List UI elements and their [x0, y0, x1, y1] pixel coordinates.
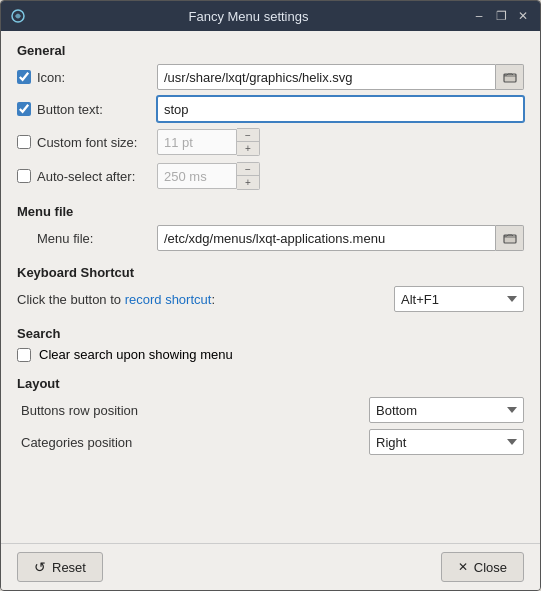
auto-select-row: Auto-select after: − +: [17, 162, 524, 190]
categories-label: Categories position: [17, 435, 369, 450]
content-area: General Icon: Bu: [1, 31, 540, 543]
shortcut-label-text: Click the button to record shortcut:: [17, 292, 394, 307]
menu-file-label: Menu file:: [17, 231, 157, 246]
auto-select-input[interactable]: [157, 163, 237, 189]
icon-label-text: Icon:: [37, 70, 65, 85]
custom-font-label-text: Custom font size:: [37, 135, 137, 150]
custom-font-spinbox: − +: [157, 128, 260, 156]
custom-font-input[interactable]: [157, 129, 237, 155]
icon-row-label: Icon:: [17, 70, 157, 85]
categories-position-row: Categories position Right Left: [17, 429, 524, 455]
window-title: Fancy Menu settings: [27, 9, 470, 24]
auto-select-checkbox[interactable]: [17, 169, 31, 183]
button-text-input[interactable]: [157, 96, 524, 122]
titlebar-controls: – ❐ ✕: [470, 7, 532, 25]
clear-search-label: Clear search upon showing menu: [39, 347, 233, 362]
shortcut-desc: Click the button to record shortcut:: [17, 292, 215, 307]
app-icon: [9, 7, 27, 25]
auto-select-label-text: Auto-select after:: [37, 169, 135, 184]
footer: ↺ Reset ✕ Close: [1, 543, 540, 590]
close-icon: ✕: [458, 560, 468, 574]
icon-browse-button[interactable]: [496, 64, 524, 90]
button-text-checkbox[interactable]: [17, 102, 31, 116]
menu-file-row: Menu file:: [17, 225, 524, 251]
custom-font-label: Custom font size:: [17, 135, 157, 150]
keyboard-section-label: Keyboard Shortcut: [17, 265, 524, 280]
menu-file-input[interactable]: [157, 225, 496, 251]
menu-file-browse-button[interactable]: [496, 225, 524, 251]
menu-file-input-group: [157, 225, 524, 251]
icon-input-group: [157, 64, 524, 90]
search-section-label: Search: [17, 326, 524, 341]
menu-file-label-text: Menu file:: [37, 231, 93, 246]
close-titlebar-button[interactable]: ✕: [514, 7, 532, 25]
button-text-label: Button text:: [17, 102, 157, 117]
shortcut-row: Click the button to record shortcut: Alt…: [17, 286, 524, 312]
titlebar: Fancy Menu settings – ❐ ✕: [1, 1, 540, 31]
icon-input[interactable]: [157, 64, 496, 90]
custom-font-increase[interactable]: +: [237, 142, 259, 155]
buttons-row-label: Buttons row position: [17, 403, 369, 418]
button-text-label-text: Button text:: [37, 102, 103, 117]
custom-font-decrease[interactable]: −: [237, 129, 259, 142]
auto-select-decrease[interactable]: −: [237, 163, 259, 176]
custom-font-spin-buttons: − +: [237, 128, 260, 156]
reset-label: Reset: [52, 560, 86, 575]
categories-dropdown[interactable]: Right Left: [369, 429, 524, 455]
icon-checkbox[interactable]: [17, 70, 31, 84]
shortcut-dropdown[interactable]: Alt+F1 None: [394, 286, 524, 312]
icon-row: Icon:: [17, 64, 524, 90]
button-text-row: Button text:: [17, 96, 524, 122]
auto-select-increase[interactable]: +: [237, 176, 259, 189]
general-section-label: General: [17, 43, 524, 58]
reset-button[interactable]: ↺ Reset: [17, 552, 103, 582]
minimize-button[interactable]: –: [470, 7, 488, 25]
menu-file-section-label: Menu file: [17, 204, 524, 219]
clear-search-checkbox[interactable]: [17, 348, 31, 362]
custom-font-checkbox[interactable]: [17, 135, 31, 149]
auto-select-label: Auto-select after:: [17, 169, 157, 184]
restore-button[interactable]: ❐: [492, 7, 510, 25]
reset-icon: ↺: [34, 559, 46, 575]
record-link[interactable]: record shortcut: [125, 292, 212, 307]
layout-section-label: Layout: [17, 376, 524, 391]
clear-search-row: Clear search upon showing menu: [17, 347, 524, 362]
auto-select-spinbox: − +: [157, 162, 260, 190]
close-button[interactable]: ✕ Close: [441, 552, 524, 582]
buttons-row-dropdown[interactable]: Bottom Top: [369, 397, 524, 423]
custom-font-row: Custom font size: − +: [17, 128, 524, 156]
auto-select-spin-buttons: − +: [237, 162, 260, 190]
close-label: Close: [474, 560, 507, 575]
buttons-row-position-row: Buttons row position Bottom Top: [17, 397, 524, 423]
window: Fancy Menu settings – ❐ ✕ General Icon:: [0, 0, 541, 591]
